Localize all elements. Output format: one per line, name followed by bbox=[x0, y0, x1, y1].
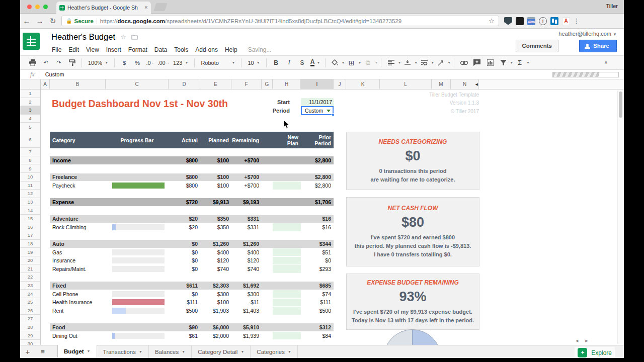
row-header-7[interactable]: 7 bbox=[20, 148, 40, 156]
number-format-select[interactable]: 123▼ bbox=[170, 60, 191, 66]
menu-file[interactable]: File bbox=[48, 45, 65, 55]
filter-icon[interactable] bbox=[497, 57, 509, 68]
budget-row-adventure[interactable]: Adventure$20$350$331$16 bbox=[50, 215, 334, 223]
functions-caret[interactable]: ▼ bbox=[526, 61, 530, 64]
row-header-16[interactable]: 16 bbox=[20, 223, 40, 232]
horizontal-align-caret[interactable]: ▼ bbox=[397, 61, 401, 64]
borders-icon[interactable]: ⊞ bbox=[346, 57, 358, 68]
horizontal-align-icon[interactable] bbox=[385, 57, 397, 68]
row-header-6[interactable]: 6 bbox=[20, 131, 40, 148]
sheet-tab-balances[interactable]: Balances▼ bbox=[149, 345, 192, 358]
insert-link-icon[interactable] bbox=[458, 57, 470, 68]
account-email[interactable]: heather@tillerhq.com ▼ bbox=[558, 31, 617, 37]
share-button[interactable]: Share bbox=[579, 40, 617, 52]
row-header-11[interactable]: 11 bbox=[20, 182, 40, 190]
move-to-folder-icon[interactable] bbox=[131, 34, 138, 40]
close-window-button[interactable] bbox=[27, 5, 32, 9]
menu-data[interactable]: Data bbox=[151, 45, 171, 55]
text-rotation-icon[interactable] bbox=[435, 57, 447, 68]
font-size-select[interactable]: 10▼ bbox=[245, 60, 263, 66]
column-header-L[interactable]: L bbox=[380, 79, 432, 89]
forward-icon[interactable]: → bbox=[33, 17, 46, 25]
row-header-12[interactable]: 12 bbox=[20, 190, 40, 198]
row-header-19[interactable]: 19 bbox=[20, 248, 40, 256]
add-sheet-icon[interactable]: + bbox=[20, 347, 35, 356]
row-header-21[interactable]: 21 bbox=[20, 264, 40, 273]
vertical-align-icon[interactable] bbox=[401, 57, 414, 68]
filter-caret[interactable]: ▼ bbox=[510, 61, 513, 64]
text-color-icon[interactable]: A▼ bbox=[309, 57, 321, 68]
strikethrough-icon[interactable]: S bbox=[296, 57, 308, 68]
flag-extension-icon[interactable] bbox=[516, 17, 524, 25]
sheet-tab-menu-icon[interactable]: ▼ bbox=[87, 349, 91, 353]
budget-row-fixed[interactable]: Fixed$611$2,303$1,692$685 bbox=[50, 282, 334, 290]
zoom-window-button[interactable] bbox=[43, 5, 48, 9]
column-header-F[interactable]: F bbox=[231, 79, 262, 89]
column-header-N[interactable]: N◀ bbox=[451, 79, 479, 89]
star-document-icon[interactable]: ☆ bbox=[120, 33, 126, 41]
insert-chart-icon[interactable] bbox=[484, 57, 496, 68]
text-wrap-icon[interactable] bbox=[418, 57, 430, 68]
shield-extension-icon[interactable] bbox=[504, 17, 512, 25]
fill-color-caret[interactable]: ▼ bbox=[342, 61, 345, 64]
vertical-scrollbar[interactable] bbox=[617, 90, 623, 344]
comments-button[interactable]: Comments bbox=[516, 40, 558, 52]
column-header-D[interactable]: D bbox=[169, 79, 200, 89]
budget-row-freelance[interactable]: Freelance$800$100+$700$2,800 bbox=[50, 173, 334, 182]
sheet-tab-budget[interactable]: Budget▼ bbox=[57, 345, 97, 357]
budget-row-rent[interactable]: Rent$500$1,903$1,403$500 bbox=[50, 307, 334, 315]
fill-color-icon[interactable] bbox=[329, 57, 341, 68]
row-header-29[interactable]: 29 bbox=[20, 331, 40, 340]
scrollbar-thumb[interactable] bbox=[619, 92, 622, 118]
browser-menu-icon[interactable]: ⋮ bbox=[573, 17, 580, 25]
column-header-A[interactable]: A bbox=[41, 79, 50, 89]
start-date-cell[interactable]: 11/1/2017 bbox=[301, 98, 334, 106]
row-header-17[interactable]: 17 bbox=[20, 231, 40, 240]
sheets-logo-icon[interactable] bbox=[23, 33, 40, 50]
all-sheets-icon[interactable]: ≡ bbox=[35, 348, 50, 355]
row-header-3[interactable]: 3 bbox=[20, 106, 40, 115]
row-header-24[interactable]: 24 bbox=[20, 290, 40, 298]
browser-profile-name[interactable]: Tiller bbox=[606, 3, 618, 9]
bookmark-star-icon[interactable]: ☆ bbox=[489, 17, 495, 25]
budget-row-auto[interactable]: Auto$0$1,260$1,260$344 bbox=[50, 240, 334, 248]
sheet-tab-menu-icon[interactable]: ▼ bbox=[288, 350, 291, 353]
sheet-tab-categories[interactable]: Categories▼ bbox=[251, 345, 298, 358]
column-header-M[interactable]: M bbox=[432, 79, 451, 89]
menu-format[interactable]: Format bbox=[125, 45, 151, 55]
percent-format-icon[interactable]: % bbox=[131, 57, 143, 68]
row-header-9[interactable]: 9 bbox=[20, 164, 40, 173]
text-rotation-caret[interactable]: ▼ bbox=[447, 61, 451, 64]
row-header-15[interactable]: 15 bbox=[20, 215, 40, 223]
dropdown-arrow-icon[interactable] bbox=[327, 110, 331, 112]
row-header-14[interactable]: 14 bbox=[20, 206, 40, 215]
column-header-E[interactable]: E bbox=[200, 79, 231, 89]
row-header-26[interactable]: 26 bbox=[20, 306, 40, 315]
menu-add-ons[interactable]: Add-ons bbox=[192, 45, 221, 55]
vertical-align-caret[interactable]: ▼ bbox=[414, 61, 418, 64]
column-header-H[interactable]: H bbox=[273, 79, 301, 89]
close-tab-icon[interactable]: ✕ bbox=[144, 5, 148, 10]
menu-tools[interactable]: Tools bbox=[171, 45, 192, 55]
row-header-20[interactable]: 20 bbox=[20, 256, 40, 265]
font-select[interactable]: Roboto▼ bbox=[198, 60, 238, 66]
sheet-tab-menu-icon[interactable]: ▼ bbox=[240, 350, 244, 353]
info-extension-icon[interactable]: ! bbox=[539, 17, 547, 25]
explore-button[interactable]: ✦ Explore bbox=[575, 347, 615, 358]
spreadsheet-grid[interactable]: 1234567891011121314151617181920212223242… bbox=[20, 89, 624, 345]
document-title[interactable]: Heather's Budget bbox=[51, 32, 115, 42]
budget-row-cell-phone[interactable]: Cell Phone$0$300$300$74 bbox=[50, 290, 334, 298]
row-header-22[interactable]: 22 bbox=[20, 273, 40, 282]
formula-input[interactable]: Custom bbox=[45, 71, 64, 77]
text-wrap-caret[interactable]: ▼ bbox=[431, 61, 434, 64]
trello-extension-icon[interactable] bbox=[550, 17, 558, 25]
paint-format-icon[interactable] bbox=[66, 57, 78, 68]
column-header-J[interactable]: J bbox=[334, 79, 346, 89]
zoom-select[interactable]: 100%▼ bbox=[85, 60, 111, 66]
column-header-C[interactable]: C bbox=[106, 79, 169, 89]
back-icon[interactable]: ← bbox=[20, 17, 33, 25]
menu-view[interactable]: View bbox=[83, 45, 103, 55]
bold-icon[interactable]: B bbox=[270, 57, 282, 68]
acrobat-extension-icon[interactable]: A bbox=[562, 17, 570, 25]
row-header-25[interactable]: 25 bbox=[20, 298, 40, 307]
